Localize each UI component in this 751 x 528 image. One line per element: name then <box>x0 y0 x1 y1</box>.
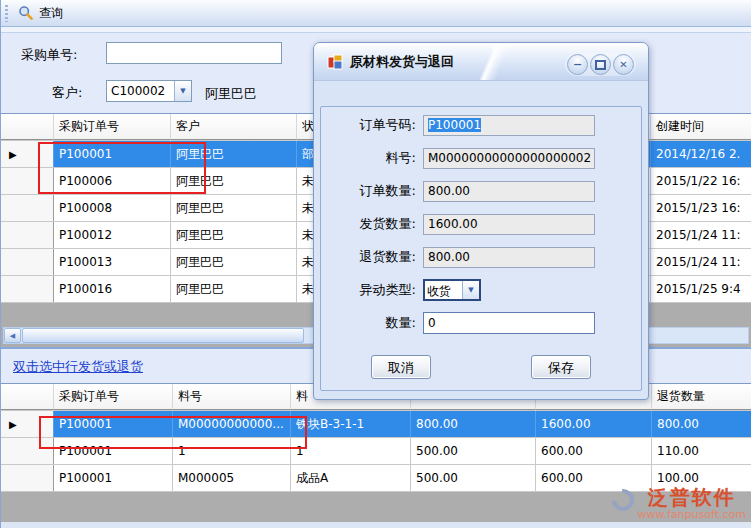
search-icon <box>18 5 34 21</box>
order-qty-label: 订单数量: <box>329 182 423 200</box>
row-header <box>1 465 54 491</box>
save-button[interactable]: 保存 <box>531 355 591 379</box>
order-qty-field[interactable]: 800.00 <box>423 181 595 202</box>
maximize-icon[interactable] <box>590 54 611 75</box>
ship-qty-label: 发货数量: <box>329 215 423 233</box>
cell-po: P100001 <box>54 465 173 491</box>
cell-qty3: 110.00 <box>652 438 751 464</box>
order-no-label: 订单号码: <box>329 116 423 134</box>
cell-created: 2014/12/16 2. <box>651 141 751 167</box>
cell-created: 2015/1/24 11: <box>651 249 751 275</box>
po-label: 采购单号: <box>21 46 77 64</box>
cell-name: 1 <box>291 438 411 464</box>
quantity-input[interactable] <box>423 312 595 334</box>
field-row: 订单号码: P100001 <box>329 114 633 136</box>
po-number-input[interactable] <box>106 42 282 64</box>
field-row: 异动类型: 收货 <box>329 279 633 301</box>
chevron-down-icon[interactable] <box>174 81 191 101</box>
watermark-brand: 泛普软件 <box>638 486 746 508</box>
change-type-label: 异动类型: <box>329 281 423 299</box>
column-header-po[interactable]: 采购订单号 <box>54 384 173 410</box>
window-controls <box>565 53 636 76</box>
query-button[interactable]: 查询 <box>14 3 71 24</box>
cell-qty1: 500.00 <box>411 465 536 491</box>
cell-created: 2015/1/23 16: <box>651 195 751 221</box>
close-icon[interactable] <box>613 54 634 75</box>
dialog-form-panel: 订单号码: P100001 料号: M00000000000000000002 … <box>320 106 642 391</box>
watermark-text: 泛普软件 www.fanpusoft.com <box>638 486 746 521</box>
cell-created: 2015/1/24 11: <box>651 222 751 248</box>
field-row: 订单数量: 800.00 <box>329 180 633 202</box>
double-click-hint-link[interactable]: 双击选中行发货或退货 <box>13 358 143 376</box>
change-type-value: 收货 <box>425 281 462 299</box>
column-header-return-qty[interactable]: 退货数量 <box>652 384 751 410</box>
field-row: 料号: M00000000000000000002 <box>329 147 633 169</box>
watermark-url: www.fanpusoft.com <box>638 508 746 521</box>
order-no-field[interactable]: P100001 <box>423 115 595 136</box>
grid-corner-cell <box>1 384 54 410</box>
cell-created: 2015/1/25 9:4 <box>651 276 751 302</box>
customer-combobox[interactable]: C100002 <box>106 80 192 102</box>
watermark: 泛普软件 www.fanpusoft.com <box>612 486 746 521</box>
cell-customer: 阿里巴巴 <box>171 195 297 221</box>
qty-label: 数量: <box>329 314 423 332</box>
ship-qty-field[interactable]: 1600.00 <box>423 214 595 235</box>
cell-created: 2015/1/22 16: <box>651 168 751 194</box>
order-qty-value: 800.00 <box>428 184 470 198</box>
cell-po: P100013 <box>54 249 171 275</box>
query-button-label: 查询 <box>39 5 63 22</box>
customer-combobox-value: C100002 <box>107 81 174 101</box>
fanpu-logo-icon <box>607 485 638 516</box>
column-header-created[interactable]: 创建时间 <box>651 114 751 140</box>
row-header <box>1 195 54 221</box>
cell-customer: 阿里巴巴 <box>171 276 297 302</box>
scrollbar-thumb[interactable] <box>22 328 304 343</box>
customer-name-text: 阿里巴巴 <box>205 85 257 103</box>
dialog-title: 原材料发货与退回 <box>350 43 454 80</box>
annotation-box-detail <box>39 416 307 449</box>
dialog-titlebar[interactable]: 原材料发货与退回 <box>314 43 648 81</box>
column-header-material[interactable]: 料号 <box>173 384 291 410</box>
cell-po: P100012 <box>54 222 171 248</box>
field-row: 数量: <box>329 312 633 334</box>
toolbar-grip <box>5 5 8 22</box>
return-qty-value: 800.00 <box>428 250 470 264</box>
cell-po: P100016 <box>54 276 171 302</box>
cell-name: 成品A <box>291 465 411 491</box>
change-type-combobox[interactable]: 收货 <box>423 279 481 301</box>
toolbar: 查询 <box>1 0 751 27</box>
row-header <box>1 249 54 275</box>
scroll-left-icon[interactable] <box>4 328 21 343</box>
grid-corner-cell <box>1 114 54 140</box>
cell-customer: 阿里巴巴 <box>171 222 297 248</box>
material-no-value: M00000000000000000002 <box>428 151 591 165</box>
ship-qty-value: 1600.00 <box>428 217 478 231</box>
cell-po: P100008 <box>54 195 171 221</box>
material-no-field[interactable]: M00000000000000000002 <box>423 148 595 169</box>
material-ship-return-dialog: 原材料发货与退回 订单号码: P100001 料号: M000000000000… <box>313 42 649 400</box>
row-header <box>1 276 54 302</box>
return-qty-field[interactable]: 800.00 <box>423 247 595 268</box>
cell-name: 铁块B-3-1-1 <box>291 411 411 437</box>
titlebar-curve <box>464 43 516 81</box>
field-row: 退货数量: 800.00 <box>329 246 633 268</box>
field-row: 发货数量: 1600.00 <box>329 213 633 235</box>
bottom-edge <box>1 522 751 528</box>
cell-material: M000005 <box>173 465 291 491</box>
form-icon <box>327 54 343 70</box>
selected-text: P100001 <box>428 118 481 132</box>
column-header-customer[interactable]: 客户 <box>171 114 297 140</box>
cell-qty1: 800.00 <box>411 411 536 437</box>
chevron-down-icon[interactable] <box>462 281 479 299</box>
cell-qty1: 500.00 <box>411 438 536 464</box>
cell-qty3: 800.00 <box>652 411 751 437</box>
cell-qty2: 600.00 <box>536 438 652 464</box>
customer-label: 客户: <box>52 84 82 102</box>
return-qty-label: 退货数量: <box>329 248 423 266</box>
cell-customer: 阿里巴巴 <box>171 249 297 275</box>
column-header-po[interactable]: 采购订单号 <box>54 114 171 140</box>
material-no-label: 料号: <box>329 149 423 167</box>
annotation-box-main <box>38 142 206 194</box>
minimize-icon[interactable] <box>567 54 588 75</box>
cancel-button[interactable]: 取消 <box>371 355 431 379</box>
